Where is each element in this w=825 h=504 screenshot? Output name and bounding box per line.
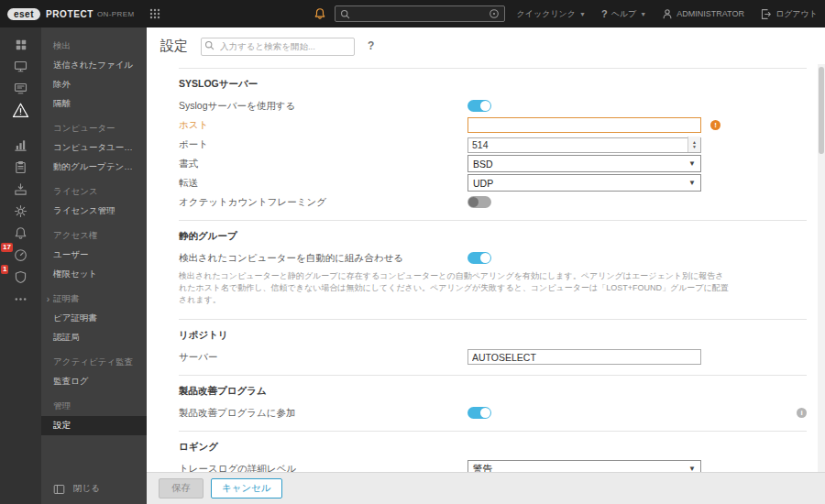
- setting-row: ポート▲▼: [179, 135, 807, 154]
- settings-section: 製品改善プログラム製品改善プログラムに参加i: [179, 375, 807, 431]
- sidebar-group-header: コンピューター: [41, 114, 147, 138]
- sidebar-item[interactable]: 除外: [41, 75, 147, 94]
- collapse-sidebar-button[interactable]: 閉じる: [53, 483, 100, 495]
- spinner-arrows-icon[interactable]: ▲▼: [688, 137, 700, 152]
- sidebar-item[interactable]: 権限セット: [41, 265, 147, 284]
- quick-links-menu[interactable]: クイックリンク ▼: [517, 8, 586, 20]
- detections-icon[interactable]: [0, 100, 41, 121]
- expand-chevron-icon: ›: [47, 295, 50, 304]
- help-menu[interactable]: ? ヘルプ ▼: [601, 8, 646, 20]
- remote-screen-icon[interactable]: [0, 78, 41, 99]
- more-icon[interactable]: ›: [0, 289, 41, 310]
- dashboard-icon[interactable]: [0, 34, 41, 55]
- setting-control: [468, 100, 701, 112]
- use-syslog-server-toggle[interactable]: [468, 100, 491, 112]
- sidebar-group-header: アクティビティ監査: [41, 347, 147, 372]
- cancel-button[interactable]: キャンセル: [211, 478, 282, 499]
- setting-row: 製品改善プログラムに参加i: [179, 403, 807, 422]
- sidebar-group-header: アクセス権: [41, 221, 147, 246]
- sidebar-item[interactable]: 動的グループテンプレート: [41, 158, 147, 177]
- eset-logo: eset PROTECT ON-PREM: [7, 8, 135, 20]
- setting-control: 警告▼: [468, 460, 701, 472]
- notifications-icon[interactable]: [0, 223, 41, 244]
- sidebar-item[interactable]: ライセンス管理: [41, 202, 147, 221]
- security-icon[interactable]: 1: [0, 267, 41, 288]
- setting-label: ポート: [179, 138, 468, 151]
- product-name: PROTECT: [46, 9, 94, 19]
- tasks-icon[interactable]: [0, 157, 41, 178]
- installers-icon[interactable]: [0, 179, 41, 200]
- select-value: BSD: [473, 159, 493, 170]
- product-edition: ON-PREM: [97, 10, 135, 18]
- quick-links-label: クイックリンク: [517, 8, 576, 20]
- icon-rail: 171›: [0, 27, 41, 504]
- setting-label: トレースログの詳細レベル: [179, 463, 468, 473]
- sidebar-item[interactable]: ピア証明書: [41, 309, 147, 328]
- save-button[interactable]: 保存: [159, 478, 204, 499]
- search-icon: [340, 9, 350, 19]
- trace-log-verbosity-select[interactable]: 警告▼: [468, 460, 701, 472]
- reports-icon[interactable]: [0, 135, 41, 156]
- chevron-down-icon: ▼: [688, 159, 696, 168]
- syslog-transport-select[interactable]: UDP▼: [468, 174, 701, 192]
- sidebar-group-header: 検出: [41, 31, 147, 56]
- warning-icon: !: [710, 120, 720, 130]
- select-value: 警告: [473, 463, 492, 473]
- help-icon: ?: [601, 8, 608, 19]
- auto-pair-computers-toggle[interactable]: [468, 252, 491, 264]
- settings-search-input[interactable]: [201, 38, 355, 56]
- settings-content: SYSLOGサーバーSyslogサーバーを使用するホスト!ポート▲▼書式BSD▼…: [147, 64, 818, 472]
- syslog-format-select[interactable]: BSD▼: [468, 155, 701, 172]
- setting-row: Syslogサーバーを使用する: [179, 96, 807, 115]
- section-title: ロギング: [179, 437, 807, 459]
- apps-grid-icon[interactable]: [149, 8, 160, 19]
- sidebar-item[interactable]: 監査ログ: [41, 372, 147, 391]
- computers-icon[interactable]: [0, 56, 41, 77]
- setting-label: ホスト: [179, 119, 468, 132]
- info-icon[interactable]: i: [797, 408, 807, 418]
- settings-section: SYSLOGサーバーSyslogサーバーを使用するホスト!ポート▲▼書式BSD▼…: [179, 68, 807, 220]
- notification-badge: 17: [1, 243, 13, 252]
- logout-icon: [760, 8, 772, 20]
- sidebar-item[interactable]: 送信されたファイル: [41, 56, 147, 75]
- scrollbar[interactable]: [818, 64, 825, 472]
- sidebar-item[interactable]: ユーザー: [41, 246, 147, 265]
- repository-server-input[interactable]: [468, 349, 701, 365]
- scrollbar-thumb[interactable]: [819, 67, 824, 154]
- syslog-port-stepper: ▲▼: [468, 136, 701, 153]
- toggle-knob: [480, 253, 490, 263]
- global-search-input[interactable]: [355, 8, 484, 19]
- sidebar-item[interactable]: 設定: [41, 416, 147, 435]
- product-improvement-toggle[interactable]: [468, 407, 491, 419]
- select-value: UDP: [473, 178, 493, 189]
- setting-label: 書式: [179, 158, 468, 170]
- sidebar-item[interactable]: 認証局: [41, 328, 147, 347]
- syslog-host-input[interactable]: [468, 117, 701, 133]
- page-help-icon[interactable]: ?: [368, 39, 374, 52]
- toggle-knob: [468, 197, 478, 207]
- status-overview-icon[interactable]: 17: [0, 245, 41, 266]
- user-menu[interactable]: ADMINISTRATOR: [662, 8, 744, 19]
- logout-button[interactable]: ログアウト: [760, 8, 818, 20]
- syslog-port-input[interactable]: [468, 137, 701, 153]
- sidebar-group-header: 管理: [41, 391, 147, 416]
- section-title: 静的グループ: [179, 226, 807, 248]
- chevron-down-icon: ▼: [688, 465, 696, 472]
- settings-section: ロギングトレースログの詳細レベル警告▼: [179, 431, 807, 472]
- notification-bell-icon[interactable]: [314, 7, 326, 20]
- sidebar-item[interactable]: 隔離: [41, 94, 147, 114]
- collapse-icon: [53, 484, 65, 495]
- global-search[interactable]: [335, 5, 505, 22]
- footer-bar: 保存 キャンセル: [147, 472, 825, 504]
- setting-label: オクテットカウントフレーミング: [179, 196, 468, 209]
- notification-badge: 1: [1, 265, 8, 274]
- policies-icon[interactable]: [0, 201, 41, 222]
- search-scope-icon[interactable]: [489, 8, 500, 19]
- setting-control: [468, 252, 701, 264]
- collapse-label: 閉じる: [73, 483, 100, 495]
- sidebar-item[interactable]: コンピュータユーザー: [41, 138, 147, 158]
- user-icon: [662, 8, 673, 19]
- eset-logo-mark: eset: [7, 8, 40, 20]
- topbar: eset PROTECT ON-PREM クイックリンク ▼ ? ヘルプ ▼: [0, 0, 825, 27]
- octet-counting-framing-toggle[interactable]: [468, 196, 491, 208]
